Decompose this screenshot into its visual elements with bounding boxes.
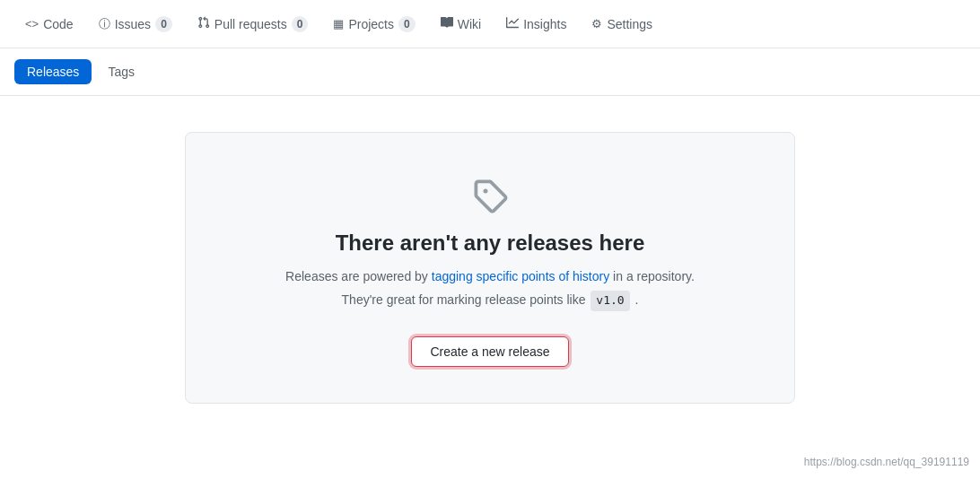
- tagging-link[interactable]: tagging specific points of history: [432, 269, 609, 283]
- desc1-before: Releases are powered by: [285, 269, 428, 283]
- nav-code-label: Code: [43, 17, 73, 31]
- tags-tab[interactable]: Tags: [95, 59, 147, 84]
- desc1-after: in a repository.: [613, 269, 695, 283]
- issues-icon: ⓘ: [99, 16, 110, 32]
- nav-projects-label: Projects: [348, 17, 394, 31]
- nav-pull-requests[interactable]: Pull requests 0: [187, 9, 319, 39]
- nav-projects[interactable]: ▦ Projects 0: [322, 9, 425, 39]
- nav-issues-label: Issues: [115, 17, 151, 31]
- issues-badge: 0: [155, 16, 172, 32]
- create-release-button[interactable]: Create a new release: [411, 336, 568, 367]
- releases-empty-card: There aren't any releases here Releases …: [185, 132, 795, 404]
- projects-icon: ▦: [333, 17, 344, 30]
- main-content: There aren't any releases here Releases …: [0, 96, 980, 440]
- top-nav: <> Code ⓘ Issues 0 Pull requests 0 ▦ Pro…: [0, 0, 980, 48]
- releases-description-2: They're great for marking release points…: [342, 290, 639, 311]
- tag-icon: [472, 178, 508, 216]
- code-icon: <>: [25, 17, 39, 30]
- version-badge: v1.0: [591, 291, 629, 311]
- sub-nav: Releases Tags: [0, 48, 980, 96]
- insights-icon: [506, 16, 519, 31]
- desc2-after: .: [635, 292, 639, 307]
- nav-pull-requests-label: Pull requests: [214, 17, 287, 31]
- nav-settings-label: Settings: [607, 17, 652, 31]
- nav-code[interactable]: <> Code: [14, 10, 84, 39]
- nav-issues[interactable]: ⓘ Issues 0: [88, 9, 183, 39]
- pull-requests-icon: [197, 16, 210, 31]
- nav-insights[interactable]: Insights: [495, 9, 577, 39]
- pull-requests-badge: 0: [292, 16, 309, 32]
- nav-insights-label: Insights: [523, 17, 566, 31]
- releases-tab[interactable]: Releases: [14, 59, 92, 84]
- desc2-before: They're great for marking release points…: [342, 292, 586, 307]
- releases-empty-title: There aren't any releases here: [336, 231, 645, 256]
- settings-icon: ⚙: [591, 17, 602, 30]
- wiki-icon: [441, 16, 453, 31]
- projects-badge: 0: [398, 16, 416, 32]
- nav-settings[interactable]: ⚙ Settings: [581, 10, 663, 39]
- releases-description-1: Releases are powered by tagging specific…: [285, 266, 695, 286]
- nav-wiki-label: Wiki: [458, 17, 481, 31]
- nav-wiki[interactable]: Wiki: [430, 9, 492, 39]
